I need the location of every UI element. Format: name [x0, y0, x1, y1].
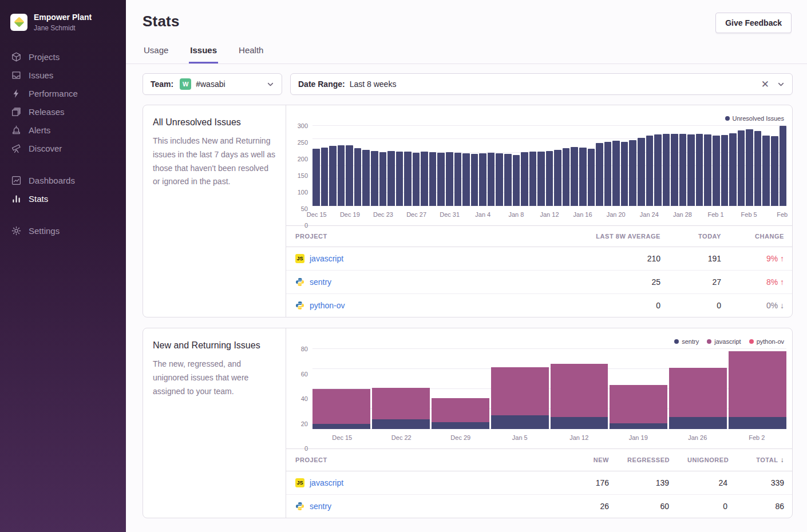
sidebar-item-issues[interactable]: Issues [0, 66, 126, 85]
column-header-total[interactable]: TOTAL ↓ [737, 449, 793, 471]
unresolved-bar[interactable] [504, 154, 512, 206]
legend-item[interactable]: python-ov [749, 336, 784, 347]
unresolved-bar[interactable] [687, 134, 695, 206]
unresolved-bar[interactable] [462, 153, 470, 206]
column-header-last-8w-average[interactable]: LAST 8W AVERAGE [504, 226, 670, 247]
unresolved-bar[interactable] [371, 151, 378, 206]
legend-item[interactable]: javascript [707, 336, 741, 347]
unresolved-bar[interactable] [671, 134, 678, 206]
sidebar-item-stats[interactable]: Stats [0, 190, 126, 208]
unresolved-bar[interactable] [496, 153, 503, 206]
stacked-bar[interactable] [729, 349, 786, 429]
unresolved-bar[interactable] [780, 126, 787, 206]
unresolved-bar[interactable] [488, 153, 495, 206]
unresolved-bar[interactable] [404, 152, 412, 206]
unresolved-bar[interactable] [471, 154, 478, 206]
unresolved-bar[interactable] [546, 151, 553, 206]
project-link[interactable]: python-ov [310, 301, 345, 310]
stacked-bar[interactable] [491, 349, 549, 429]
give-feedback-button[interactable]: Give Feedback [715, 13, 792, 33]
unresolved-bar[interactable] [479, 153, 486, 206]
column-header-new[interactable]: NEW [515, 449, 618, 471]
unresolved-bar[interactable] [437, 153, 445, 206]
sidebar-item-dashboards[interactable]: Dashboards [0, 172, 126, 190]
unresolved-bar[interactable] [396, 152, 404, 206]
tab-health[interactable]: Health [238, 45, 264, 63]
stacked-bar[interactable] [610, 349, 667, 429]
unresolved-bar[interactable] [721, 135, 729, 206]
clear-icon[interactable]: ✕ [761, 80, 769, 89]
unresolved-bar[interactable] [413, 153, 420, 206]
legend-item[interactable]: sentry [674, 336, 699, 347]
legend-item[interactable]: Unresolved Issues [725, 113, 785, 124]
unresolved-bar[interactable] [612, 141, 620, 206]
tab-issues[interactable]: Issues [189, 45, 218, 63]
unresolved-bar[interactable] [729, 133, 737, 206]
unresolved-bar[interactable] [679, 134, 687, 206]
unresolved-bar[interactable] [454, 153, 462, 206]
unresolved-bar[interactable] [771, 136, 778, 206]
sidebar-item-projects[interactable]: Projects [0, 48, 126, 66]
unresolved-bar[interactable] [563, 148, 570, 206]
stacked-bar[interactable] [432, 349, 489, 429]
unresolved-bar[interactable] [696, 134, 703, 206]
org-switcher[interactable]: Empower Plant Jane Schmidt [0, 0, 126, 34]
unresolved-bar[interactable] [321, 148, 329, 206]
sidebar-item-discover[interactable]: Discover [0, 140, 126, 158]
unresolved-bar[interactable] [354, 148, 362, 206]
sidebar-item-alerts[interactable]: Alerts [0, 121, 126, 140]
unresolved-bar[interactable] [429, 152, 437, 206]
unresolved-bar[interactable] [521, 152, 528, 206]
unresolved-bar[interactable] [746, 129, 753, 206]
unresolved-bar[interactable] [362, 150, 370, 206]
stacked-bar[interactable] [312, 349, 370, 429]
project-link[interactable]: javascript [310, 478, 343, 487]
team-filter[interactable]: Team: W #wasabi [143, 73, 282, 95]
unresolved-bar[interactable] [596, 143, 603, 206]
unresolved-bar[interactable] [537, 152, 545, 206]
unresolved-bar[interactable] [312, 149, 320, 206]
column-header-today[interactable]: TODAY [670, 226, 730, 247]
unresolved-bar[interactable] [529, 152, 537, 206]
unresolved-bar[interactable] [754, 131, 762, 206]
unresolved-bar[interactable] [554, 150, 561, 206]
unresolved-bar[interactable] [387, 151, 395, 206]
column-header-project[interactable]: PROJECT [286, 449, 515, 471]
column-header-change[interactable]: CHANGE [730, 226, 793, 247]
unresolved-bar[interactable] [738, 130, 745, 206]
unresolved-bar[interactable] [588, 149, 595, 206]
stacked-bar[interactable] [372, 349, 430, 429]
column-header-unignored[interactable]: UNIGNORED [678, 449, 737, 471]
column-header-regressed[interactable]: REGRESSED [618, 449, 678, 471]
tab-usage[interactable]: Usage [143, 45, 169, 63]
unresolved-bar[interactable] [621, 142, 628, 206]
unresolved-bar[interactable] [604, 142, 612, 206]
unresolved-bar[interactable] [329, 146, 337, 206]
unresolved-bar[interactable] [762, 136, 770, 206]
unresolved-bar[interactable] [338, 145, 345, 206]
stacked-bar[interactable] [551, 349, 608, 429]
unresolved-bar[interactable] [638, 138, 645, 206]
unresolved-bar[interactable] [579, 148, 587, 206]
unresolved-bar[interactable] [379, 152, 387, 206]
unresolved-bar[interactable] [629, 140, 636, 206]
unresolved-bar[interactable] [571, 147, 578, 206]
unresolved-bar[interactable] [513, 155, 520, 206]
unresolved-bar[interactable] [654, 134, 662, 206]
unresolved-bar[interactable] [713, 136, 720, 206]
sidebar-item-performance[interactable]: Performance [0, 85, 126, 103]
project-link[interactable]: javascript [310, 254, 343, 263]
sidebar-item-releases[interactable]: Releases [0, 103, 126, 121]
project-link[interactable]: sentry [310, 277, 331, 287]
unresolved-bar[interactable] [421, 152, 428, 206]
unresolved-bar[interactable] [446, 152, 453, 206]
date-range-filter[interactable]: Date Range: Last 8 weeks ✕ [290, 73, 793, 95]
unresolved-bar[interactable] [346, 145, 353, 206]
sidebar-item-settings[interactable]: Settings [0, 222, 126, 240]
unresolved-bar[interactable] [704, 134, 711, 206]
stacked-bar[interactable] [669, 349, 727, 429]
unresolved-bar[interactable] [663, 134, 670, 206]
project-link[interactable]: sentry [310, 502, 331, 511]
unresolved-bar[interactable] [646, 136, 654, 206]
column-header-project[interactable]: PROJECT [286, 226, 504, 247]
